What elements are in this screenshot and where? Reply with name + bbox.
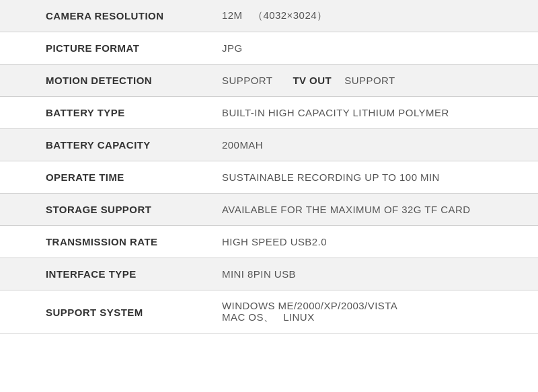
- battery-type-row: BATTERY TYPE BUILT-IN HIGH CAPACITY LITH…: [0, 97, 538, 129]
- camera-resolution-label: CAMERA RESOLUTION: [0, 0, 208, 32]
- support-system-label: SUPPORT SYSTEM: [0, 290, 208, 334]
- picture-format-label: PICTURE FORMAT: [0, 32, 208, 64]
- tv-out-support: SUPPORT: [338, 75, 395, 86]
- storage-support-value: AVAILABLE FOR THE MAXIMUM OF 32G TF CARD: [208, 194, 538, 225]
- battery-capacity-value: 200MAH: [208, 129, 538, 161]
- motion-detection-label: MOTION DETECTION: [0, 65, 208, 96]
- picture-format-value: JPG: [208, 32, 538, 64]
- support-system-line2: MAC OS、 LINUX: [222, 311, 315, 324]
- battery-capacity-label: BATTERY CAPACITY: [0, 129, 208, 161]
- transmission-rate-value: HIGH SPEED USB2.0: [208, 226, 538, 258]
- motion-detection-value: SUPPORT TV OUT SUPPORT: [208, 65, 538, 96]
- operate-time-value: SUSTAINABLE RECORDING UP TO 100 MIN: [208, 161, 538, 193]
- battery-capacity-row: BATTERY CAPACITY 200MAH: [0, 129, 538, 161]
- picture-format-row: PICTURE FORMAT JPG: [0, 32, 538, 65]
- motion-detection-support: SUPPORT: [222, 75, 272, 86]
- battery-type-value: BUILT-IN HIGH CAPACITY LITHIUM POLYMER: [208, 97, 538, 128]
- motion-detection-row: MOTION DETECTION SUPPORT TV OUT SUPPORT: [0, 65, 538, 97]
- interface-type-value: MINI 8PIN USB: [208, 258, 538, 290]
- interface-type-label: INTERFACE TYPE: [0, 258, 208, 290]
- camera-resolution-value: 12M （4032×3024）: [208, 0, 538, 32]
- camera-resolution-row: CAMERA RESOLUTION 12M （4032×3024）: [0, 0, 538, 32]
- battery-type-label: BATTERY TYPE: [0, 97, 208, 128]
- transmission-rate-label: TRANSMISSION RATE: [0, 226, 208, 258]
- specs-container: CAMERA RESOLUTION 12M （4032×3024） PICTUR…: [0, 0, 538, 334]
- transmission-rate-row: TRANSMISSION RATE HIGH SPEED USB2.0: [0, 226, 538, 258]
- tv-out-label: TV OUT: [293, 75, 332, 86]
- support-system-value: WINDOWS ME/2000/XP/2003/VISTA MAC OS、 LI…: [208, 290, 538, 334]
- storage-support-row: STORAGE SUPPORT AVAILABLE FOR THE MAXIMU…: [0, 194, 538, 226]
- support-system-line1: WINDOWS ME/2000/XP/2003/VISTA: [222, 300, 397, 311]
- interface-type-row: INTERFACE TYPE MINI 8PIN USB: [0, 258, 538, 290]
- operate-time-row: OPERATE TIME SUSTAINABLE RECORDING UP TO…: [0, 161, 538, 194]
- operate-time-label: OPERATE TIME: [0, 161, 208, 193]
- storage-support-label: STORAGE SUPPORT: [0, 194, 208, 225]
- support-system-row: SUPPORT SYSTEM WINDOWS ME/2000/XP/2003/V…: [0, 290, 538, 334]
